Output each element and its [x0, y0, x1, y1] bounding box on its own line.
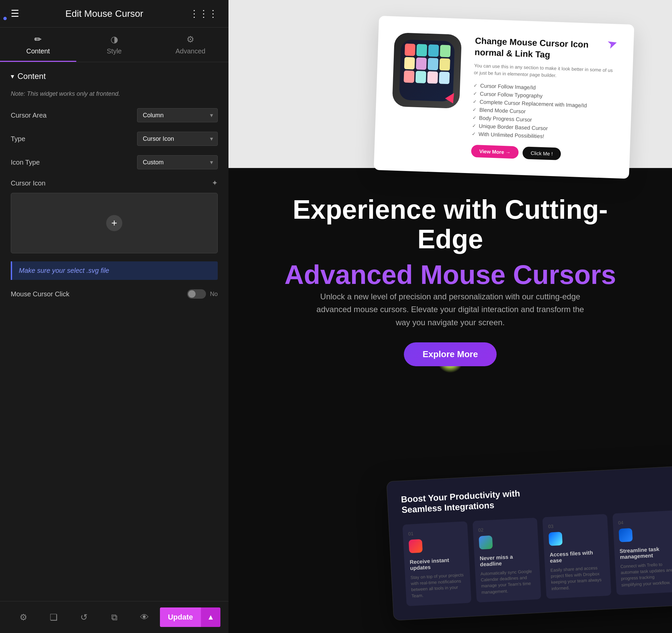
feature-list: Cursor Follow Image/Id Cursor Follow Typ… [472, 81, 616, 143]
preview-card-title: Change Mouse Cursor Icon normal & Link T… [475, 35, 618, 63]
card2-item-4-desc: Connect with Trello to automate task upd… [620, 561, 672, 588]
watch-image [392, 32, 462, 109]
icon-type-row: Icon Type Custom [11, 155, 218, 169]
content-tab-icon: ✏ [34, 34, 42, 45]
watch-app-8 [439, 58, 450, 71]
card2-item-1-num: 01 [408, 528, 462, 536]
card2-item-3-desc: Easily share and access project files wi… [550, 564, 605, 592]
type-row: Type Cursor Icon [11, 132, 218, 146]
history-footer-icon[interactable]: ↺ [69, 609, 99, 626]
watch-app-6 [416, 57, 427, 70]
type-label: Type [11, 135, 25, 143]
tab-style[interactable]: ◑ Style [76, 28, 152, 62]
preview-card-desc: You can use this in any section to make … [474, 62, 617, 81]
grid-icon[interactable]: ⋮⋮⋮ [190, 8, 218, 19]
explore-btn-wrapper: Explore More [404, 342, 497, 366]
dark-section: Experience with Cutting-Edge Advanced Mo… [229, 168, 672, 633]
note-text: Note: This widget works only at frontend… [11, 90, 218, 97]
cursor-area-select[interactable]: Column [137, 108, 218, 122]
cursor-icon-section: Cursor Icon ✦ + [11, 179, 218, 253]
cursor-area-label: Cursor Area [11, 112, 47, 119]
panel-body: Content Note: This widget works only at … [0, 62, 229, 601]
dropbox-icon [548, 532, 562, 546]
card2-item-3-title: Access files with ease [549, 549, 604, 564]
upload-plus-icon: + [106, 215, 122, 231]
layers-footer-icon[interactable]: ❏ [38, 609, 69, 626]
tab-advanced[interactable]: ⚙ Advanced [152, 28, 229, 62]
main-heading: Experience with Cutting-Edge [269, 195, 632, 254]
settings-footer-icon[interactable]: ⚙ [8, 609, 38, 626]
toggle-label: Mouse Cursor Click [11, 290, 69, 298]
card2-item-4: 04 Streamline task management Connect wi… [612, 510, 672, 595]
panel-title: Edit Mouse Cursor [66, 8, 143, 19]
toggle-switch[interactable] [187, 289, 206, 299]
google-icon [478, 536, 493, 550]
style-tab-label: Style [107, 47, 122, 55]
toggle-value: No [210, 291, 218, 298]
card2-item-1-desc: Stay on top of your projects with real-t… [410, 572, 465, 599]
magic-icon[interactable]: ✦ [212, 179, 218, 188]
watch-app-7 [428, 58, 438, 70]
panel-tabs: ✏ Content ◑ Style ⚙ Advanced [0, 28, 229, 62]
hamburger-icon[interactable]: ☰ [11, 8, 19, 19]
watch-app-9 [404, 71, 414, 83]
tab-content[interactable]: ✏ Content [0, 28, 76, 62]
blue-dot-indicator [3, 17, 7, 20]
trello-icon [619, 528, 633, 542]
type-select-wrapper: Cursor Icon [137, 132, 218, 146]
watch-app-3 [428, 44, 439, 57]
preview-click-me-button[interactable]: Click Me ! [523, 146, 561, 160]
main-desc: Unlock a new level of precision and pers… [316, 290, 585, 329]
svg-notice-text: Make sure your select .svg file [19, 267, 109, 274]
watch-app-2 [416, 44, 427, 56]
card2-item-1: 01 Receive instant updates Stay on top o… [403, 521, 472, 606]
main-heading-accent: Advanced Mouse Cursors [269, 259, 632, 290]
card2-item-2-num: 02 [478, 525, 532, 533]
watch-app-10 [415, 71, 426, 83]
card2-item-4-title: Streamline task management [620, 546, 672, 560]
advanced-tab-label: Advanced [175, 47, 205, 55]
icon-type-select-wrapper: Custom [137, 155, 218, 169]
copy-footer-icon[interactable]: ⧉ [99, 609, 129, 626]
card2-header: Boost Your Productivity with Seamless In… [401, 480, 672, 515]
icon-upload-area[interactable]: + [11, 193, 218, 253]
icon-type-select[interactable]: Custom [137, 155, 218, 169]
advanced-tab-icon: ⚙ [187, 34, 194, 45]
preview-card-2: Boost Your Productivity with Seamless In… [386, 466, 672, 620]
watch-app-5 [404, 57, 415, 70]
dark-section-content: Experience with Cutting-Edge Advanced Mo… [229, 168, 672, 400]
update-arrow-button[interactable]: ▲ [201, 607, 220, 627]
cursor-area-select-wrapper: Column [137, 108, 218, 122]
card2-item-3: 03 Access files with ease Easily share a… [542, 514, 611, 599]
preview-card-content: Change Mouse Cursor Icon normal & Link T… [471, 35, 618, 162]
explore-more-button[interactable]: Explore More [404, 342, 497, 366]
card2-item-2-desc: Automatically sync Google Calendar deadl… [480, 568, 535, 595]
eye-footer-icon[interactable]: 👁 [129, 609, 160, 626]
section-title: Content [11, 72, 218, 81]
type-select[interactable]: Cursor Icon [137, 132, 218, 146]
left-panel: ☰ Edit Mouse Cursor ⋮⋮⋮ ✏ Content ◑ Styl… [0, 0, 229, 633]
cursor-icon-label: Cursor Icon [11, 179, 45, 187]
page-wrapper: ☰ Edit Mouse Cursor ⋮⋮⋮ ✏ Content ◑ Styl… [0, 0, 672, 633]
update-btn-wrapper: Update ▲ [160, 607, 220, 627]
card2-item-4-num: 04 [618, 517, 672, 526]
slack-icon [409, 539, 423, 553]
watch-app-4 [440, 45, 451, 57]
preview-view-more-button[interactable]: View More → [471, 144, 519, 159]
panel-footer: ⚙ ❏ ↺ ⧉ 👁 Update ▲ [0, 601, 229, 633]
toggle-wrapper: No [187, 289, 218, 299]
watch-app-11 [427, 71, 438, 84]
card2-item-1-title: Receive instant updates [410, 556, 464, 571]
panel-header: ☰ Edit Mouse Cursor ⋮⋮⋮ [0, 0, 229, 28]
card2-item-3-num: 03 [548, 521, 602, 529]
watch-app-12 [439, 72, 450, 84]
preview-card-1: Change Mouse Cursor Icon normal & Link T… [374, 16, 634, 179]
watch-app-1 [405, 44, 415, 56]
card2-grid: 01 Receive instant updates Stay on top o… [403, 510, 672, 606]
svg-notice: Make sure your select .svg file [11, 261, 218, 280]
icon-type-label: Icon Type [11, 159, 40, 166]
cursor-area-row: Cursor Area Column [11, 108, 218, 122]
style-tab-icon: ◑ [111, 34, 118, 45]
card2-item-2: 02 Never miss a deadline Automatically s… [473, 518, 541, 603]
update-button[interactable]: Update [160, 607, 201, 627]
